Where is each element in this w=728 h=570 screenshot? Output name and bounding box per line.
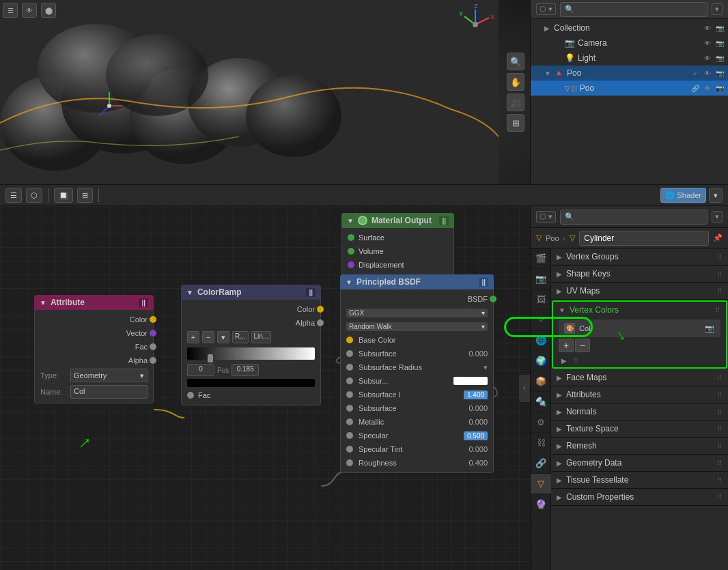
props-icon-material[interactable]: 🔮	[531, 494, 551, 515]
bsdf-basecolor-socket[interactable]	[346, 337, 353, 343]
props-icon-scene[interactable]: 🎬	[531, 248, 551, 269]
outliner-filter-btn[interactable]: ▾	[712, 3, 723, 15]
props-icon-physics[interactable]: ⛓	[531, 433, 551, 453]
section-normals-header[interactable]: ▶ Normals ⠿	[551, 403, 728, 420]
bsdf-subsur-swatch[interactable]	[453, 377, 488, 385]
shader-active-btn[interactable]: 🌐 Shader	[660, 188, 706, 203]
camera-tool[interactable]: 🎥	[507, 94, 524, 111]
node-select-btn[interactable]: ⊞	[77, 188, 93, 203]
bsdf-subsurface-socket[interactable]	[346, 350, 353, 357]
colorramp-rgb-select[interactable]: R...	[232, 331, 249, 343]
props-icon-constraints[interactable]: 🔗	[531, 453, 551, 474]
node-view-btn[interactable]: 🔲	[54, 188, 73, 203]
collapse-panel-btn[interactable]: ‹	[519, 375, 530, 402]
section-custom-props-header[interactable]: ▶ Custom Properties ⠿	[551, 489, 728, 505]
node-output-header[interactable]: ▼ Material Output ||	[341, 213, 454, 228]
props-icon-world[interactable]: 🌍	[531, 351, 551, 371]
output-vol-socket[interactable]	[348, 248, 354, 255]
props-icon-object[interactable]: 📦	[531, 371, 551, 392]
props-filter-btn[interactable]: ▾	[712, 211, 723, 223]
viewport-view-btn[interactable]: 👁	[22, 3, 37, 18]
attr-type-dropdown[interactable]: Geometry ▾	[70, 369, 148, 382]
node-attribute-stretch[interactable]: ||	[139, 298, 148, 307]
colorramp-color-socket[interactable]	[317, 306, 324, 313]
poo-child-render-icon[interactable]: 📷	[714, 83, 725, 94]
output-bsdf-socket[interactable]	[348, 234, 354, 241]
section-tissue-header[interactable]: ▶ Tissue Tessellate ⠿	[551, 472, 728, 488]
tree-item-camera[interactable]: ▶ 📷 Camera 👁 📷	[531, 35, 728, 51]
colorramp-fac-socket[interactable]	[187, 392, 194, 399]
outliner-search[interactable]: 🔍	[560, 2, 708, 17]
colorramp-position-field[interactable]: 0	[187, 364, 214, 376]
props-icon-output[interactable]: 🖼	[531, 289, 551, 310]
section-vertex-colors-header[interactable]: ▼ Vertex Colors ⠿	[553, 302, 726, 318]
poo-render-icon[interactable]: 📷	[714, 68, 725, 79]
poo-child-visibility-icon[interactable]: 👁	[702, 83, 713, 94]
colorramp-interp-select[interactable]: Lin...	[251, 331, 272, 343]
section-texture-space-header[interactable]: ▶ Texture Space ⠿	[551, 421, 728, 437]
light-render-icon[interactable]: 📷	[714, 53, 725, 63]
colorramp-stretch[interactable]: ||	[306, 288, 316, 297]
vc-cam-icon[interactable]: 📷	[704, 323, 715, 334]
section-uv-maps-header[interactable]: ▶ UV Maps ⠿	[551, 283, 728, 299]
node-bsdf-header[interactable]: ▼ Principled BSDF ||	[340, 274, 494, 289]
poo-child-link-icon[interactable]: 🔗	[690, 83, 701, 94]
vc-add-btn[interactable]: +	[559, 339, 574, 352]
bsdf-rw-dropdown[interactable]: Random Walk ▾	[346, 322, 488, 331]
attr-color-socket[interactable]	[150, 316, 156, 323]
output-displace-socket[interactable]	[348, 261, 354, 268]
props-icon-particles[interactable]: ⚙	[531, 412, 551, 433]
light-visibility-icon[interactable]: 👁	[702, 53, 713, 63]
cam-visibility-icon[interactable]: 👁	[702, 38, 713, 48]
visibility-icon[interactable]: 👁	[702, 23, 713, 33]
bsdf-subsior-socket[interactable]	[346, 391, 353, 398]
section-remesh-header[interactable]: ▶ Remesh ⠿	[551, 438, 728, 454]
tree-item-poo-child[interactable]: ▶ ▽ ||| Poo 🔗 👁 📷	[531, 81, 728, 96]
bsdf-output-socket[interactable]	[490, 296, 496, 302]
vc-remove-btn[interactable]: −	[575, 339, 590, 352]
attr-fac-socket[interactable]	[150, 343, 156, 350]
shader-dropdown-btn[interactable]: ▾	[709, 188, 723, 203]
props-icon-modifier[interactable]: 🔩	[531, 392, 551, 412]
node-colorramp-header[interactable]: ▼ ColorRamp ||	[181, 285, 321, 300]
node-editor-canvas[interactable]: ‹ ▼ Attribute || Color Vector Fac	[0, 206, 530, 570]
section-attributes-header[interactable]: ▶ Attributes ⠿	[551, 386, 728, 403]
attr-alpha-socket[interactable]	[150, 357, 156, 364]
cursor-tool[interactable]: 🔍	[507, 53, 524, 70]
colorramp-menu-btn[interactable]: ▾	[217, 331, 229, 343]
bsdf-subsur-socket[interactable]	[346, 377, 353, 384]
colorramp-alpha-socket[interactable]	[317, 319, 324, 326]
render-icon[interactable]: 📷	[714, 23, 725, 33]
bsdf-metallic-socket[interactable]	[346, 418, 353, 425]
bsdf-subsior-value[interactable]: 1.400	[464, 390, 488, 399]
viewport-menu-btn[interactable]: ☰	[3, 3, 18, 18]
move-tool[interactable]: ✋	[507, 73, 524, 91]
colorramp-remove-btn[interactable]: −	[202, 331, 214, 343]
props-icon-data[interactable]: ▽	[531, 474, 551, 494]
bsdf-stretch[interactable]: ||	[479, 278, 488, 287]
props-icon-scene2[interactable]: 🌐	[531, 330, 551, 351]
vc-play-btn[interactable]: ▶	[559, 355, 570, 366]
grid-tool[interactable]: ⊞	[507, 114, 524, 132]
poo-check-icon[interactable]: ✓	[690, 68, 701, 79]
output-stretch[interactable]: ||	[439, 216, 449, 225]
tree-item-light[interactable]: ▶ 💡 Light 👁 📷	[531, 51, 728, 66]
section-geometry-data-header[interactable]: ▶ Geometry Data ⠿	[551, 455, 728, 471]
colorramp-pos-value[interactable]: 0.185	[232, 364, 259, 376]
colorramp-stop-1[interactable]	[208, 354, 213, 362]
section-face-maps-header[interactable]: ▶ Face Maps ⠿	[551, 369, 728, 386]
attr-vector-socket[interactable]	[150, 330, 156, 337]
bsdf-roughness-socket[interactable]	[346, 459, 353, 466]
bsdf-subs2-socket[interactable]	[346, 405, 353, 412]
colorramp-gradient[interactable]	[187, 347, 315, 360]
bsdf-subsradius-socket[interactable]	[346, 364, 353, 371]
bsdf-specular-value[interactable]: 0.500	[464, 431, 488, 440]
viewport-shading-btn[interactable]: ⬤	[41, 3, 56, 18]
attr-name-input[interactable]: Col	[70, 385, 148, 399]
props-icon-render[interactable]: 📷	[531, 269, 551, 289]
tree-item-collection[interactable]: ▶ Collection 👁 📷	[531, 20, 728, 35]
bsdf-ggx-dropdown[interactable]: GGX ▾	[346, 309, 488, 317]
node-attribute-header[interactable]: ▼ Attribute ||	[34, 295, 154, 310]
props-view-btn[interactable]: ⬡ ▾	[536, 211, 556, 223]
poo-visibility-icon[interactable]: 👁	[702, 68, 713, 79]
